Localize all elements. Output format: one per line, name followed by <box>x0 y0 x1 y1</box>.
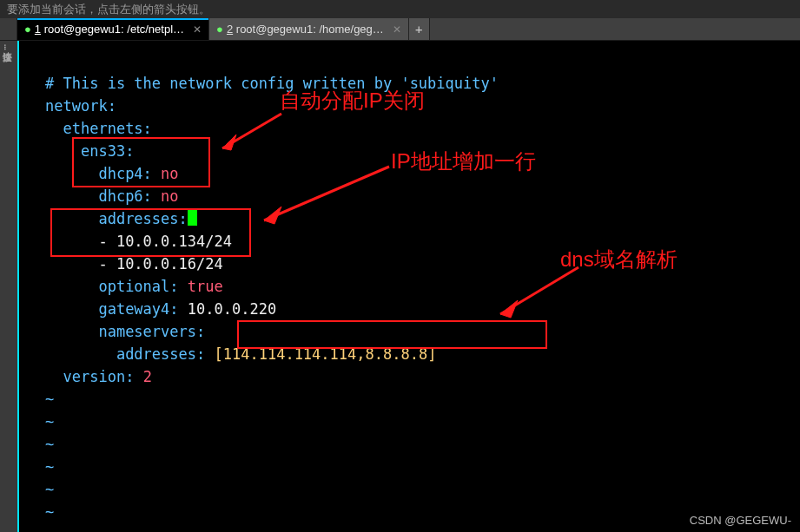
addr1-line: - 10.0.0.134/24 <box>98 233 232 250</box>
comment-line: # This is the network config written by … <box>45 75 499 92</box>
version-val: 2 <box>143 368 152 385</box>
network-key: network <box>45 97 108 115</box>
tab-status-icon: ● <box>216 23 223 36</box>
optional-val: true <box>188 278 223 295</box>
tab-num: 2 <box>227 23 233 36</box>
watermark: CSDN @GEGEWU- <box>690 514 791 527</box>
terminal-editor[interactable]: # This is the network config written by … <box>17 41 800 532</box>
tilde-line: ~ <box>45 458 54 476</box>
addr2-line: - 10.0.0.16/24 <box>98 255 222 273</box>
dhcp4-val: no <box>161 165 178 182</box>
tab-num: 1 <box>35 23 41 36</box>
dhcp6-key: dhcp6 <box>98 187 142 205</box>
quick-connect-gutter[interactable]: 快速连接… <box>0 41 17 532</box>
tab-bar: ● 1 root@gegewu1: /etc/netpl… ✕ ● 2 root… <box>0 18 800 41</box>
tab-label: root@gegewu1: /etc/netpl… <box>44 23 184 36</box>
optional-key: optional <box>98 278 169 295</box>
tab-status-icon: ● <box>24 23 31 36</box>
quick-connect-label: 快速连接… <box>2 44 13 50</box>
addresses-key: addresses <box>98 210 178 227</box>
nameservers-key: nameservers <box>98 323 196 340</box>
top-hint-bar: 要添加当前会话，点击左侧的箭头按钮。 <box>0 0 800 18</box>
gateway4-key: gateway4 <box>98 300 169 318</box>
tilde-line: ~ <box>45 436 54 453</box>
tab-1[interactable]: ● 1 root@gegewu1: /etc/netpl… ✕ <box>17 18 209 40</box>
top-hint-text: 要添加当前会话，点击左侧的箭头按钮。 <box>7 2 210 17</box>
plus-icon: + <box>415 23 422 36</box>
dhcp4-key: dhcp4 <box>98 165 142 182</box>
ns-addresses-key: addresses <box>116 345 196 363</box>
tilde-line: ~ <box>45 481 54 498</box>
close-icon[interactable]: ✕ <box>193 23 202 36</box>
tilde-line: ~ <box>45 413 54 430</box>
close-icon[interactable]: ✕ <box>393 23 401 36</box>
dhcp6-val: no <box>161 187 178 205</box>
tab-label: root@gegewu1: /home/geg… <box>236 23 384 36</box>
tilde-line: ~ <box>45 391 54 408</box>
side-grip[interactable] <box>0 18 17 40</box>
add-tab-button[interactable]: + <box>409 18 430 40</box>
cursor <box>188 209 197 226</box>
ens33-key: ens33 <box>81 142 125 160</box>
tab-2[interactable]: ● 2 root@gegewu1: /home/geg… ✕ <box>209 18 409 40</box>
gateway4-val: 10.0.0.220 <box>188 300 276 318</box>
tilde-line: ~ <box>45 526 54 532</box>
tilde-line: ~ <box>45 503 54 521</box>
ethernets-key: ethernets <box>63 120 142 137</box>
version-key: version <box>63 368 125 385</box>
ns-val: [114.114.114.114,8.8.8.8] <box>215 345 437 363</box>
